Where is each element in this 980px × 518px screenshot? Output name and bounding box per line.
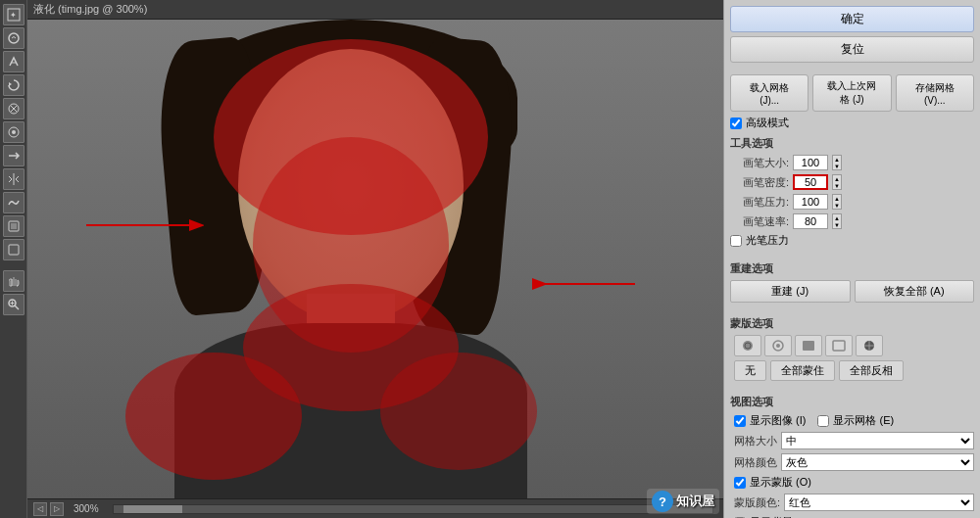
mask-icon-btn-3[interactable] xyxy=(795,335,822,356)
mask-invert-button[interactable]: 全部反相 xyxy=(839,360,904,381)
horizontal-scrollbar[interactable] xyxy=(113,504,713,514)
brush-size-input[interactable] xyxy=(793,155,828,170)
tool-turbulence[interactable] xyxy=(3,192,24,213)
brush-pressure-up[interactable]: ▲ xyxy=(833,195,841,202)
restore-all-button[interactable]: 恢复全部 (A) xyxy=(855,280,975,303)
load-prev-mesh-button[interactable]: 载入上次网格 (J) xyxy=(812,74,891,112)
rebuild-button[interactable]: 重建 (J) xyxy=(730,280,851,303)
tool-warp[interactable] xyxy=(3,27,24,49)
status-icons: ◁ ▷ xyxy=(33,502,64,516)
brush-pressure-input[interactable] xyxy=(793,194,828,210)
brush-density-input[interactable] xyxy=(793,174,828,190)
stylus-pressure-checkbox[interactable] xyxy=(730,235,742,247)
confirm-button[interactable]: 确定 xyxy=(730,6,974,32)
show-mask-checkbox[interactable] xyxy=(734,477,746,489)
brush-speed-down[interactable]: ▼ xyxy=(833,221,841,228)
tool-push[interactable] xyxy=(3,145,24,166)
mask-none-button[interactable]: 无 xyxy=(734,360,766,381)
brush-pressure-row: 画笔压力: ▲ ▼ xyxy=(738,194,974,210)
brush-pressure-down[interactable]: ▼ xyxy=(833,202,841,209)
mask-icon-btn-2[interactable] xyxy=(764,335,792,356)
show-grid-row: 显示网格 (E) xyxy=(817,413,894,428)
advanced-mode-checkbox[interactable] xyxy=(730,118,742,129)
tool-thaw[interactable] xyxy=(3,239,24,260)
svg-text:✦: ✦ xyxy=(10,11,17,20)
svg-line-15 xyxy=(15,306,19,309)
reset-button[interactable]: 复位 xyxy=(730,36,974,63)
svg-point-2 xyxy=(9,33,19,43)
svg-rect-13 xyxy=(9,245,19,255)
red-overlay-right-shoulder xyxy=(380,353,537,470)
tool-move[interactable]: ✦ xyxy=(3,4,24,25)
svg-point-25 xyxy=(776,344,780,348)
tool-hand[interactable] xyxy=(3,270,24,292)
brush-speed-row: 画笔速率: ▲ ▼ xyxy=(738,213,974,229)
tool-zoom[interactable] xyxy=(3,294,24,315)
status-icon-1[interactable]: ◁ xyxy=(33,502,47,516)
rebuild-buttons-row: 重建 (J) 恢复全部 (A) xyxy=(730,280,974,303)
canvas-viewport[interactable]: ◁ ▷ 300% xyxy=(27,20,723,518)
svg-rect-12 xyxy=(11,223,17,229)
load-mesh-button[interactable]: 载入网格 (J)... xyxy=(730,74,808,112)
brush-density-up[interactable]: ▲ xyxy=(833,175,841,182)
grid-size-select[interactable]: 中 xyxy=(781,432,974,449)
tool-twirl[interactable] xyxy=(3,74,24,96)
grid-color-label: 网格颜色 xyxy=(734,455,777,470)
show-image-checkbox[interactable] xyxy=(734,415,746,427)
brush-size-spinner[interactable]: ▲ ▼ xyxy=(832,155,842,170)
svg-point-9 xyxy=(12,130,16,134)
brush-density-down[interactable]: ▼ xyxy=(833,182,841,189)
mask-icon-btn-5[interactable] xyxy=(856,335,883,356)
brush-pressure-spinner[interactable]: ▲ ▼ xyxy=(832,194,842,210)
red-overlay-left-shoulder xyxy=(125,353,302,480)
tool-freeze[interactable] xyxy=(3,215,24,237)
status-bar: ◁ ▷ 300% xyxy=(27,498,723,518)
advanced-mode-row: 高级模式 xyxy=(730,116,974,130)
svg-marker-4 xyxy=(9,82,12,86)
tool-pucker[interactable] xyxy=(3,98,24,119)
photo-canvas xyxy=(27,20,723,498)
tool-mirror[interactable] xyxy=(3,168,24,190)
show-image-label: 显示图像 (I) xyxy=(750,413,806,428)
brush-speed-input[interactable] xyxy=(793,213,828,229)
brush-size-up[interactable]: ▲ xyxy=(833,156,841,163)
tool-reconstruct[interactable] xyxy=(3,51,24,72)
grid-color-select[interactable]: 灰色 xyxy=(781,453,974,471)
show-mask-label: 显示蒙版 (O) xyxy=(750,475,811,490)
brush-density-row: 画笔密度: ▲ ▼ xyxy=(738,174,974,190)
rebuild-options-header: 重建选项 xyxy=(730,261,974,276)
mask-color-select[interactable]: 红色 xyxy=(784,494,974,511)
status-icon-2[interactable]: ▷ xyxy=(50,502,64,516)
scrollbar-thumb xyxy=(123,505,182,513)
tool-options-header: 工具选项 xyxy=(730,136,974,151)
title-text: 液化 (timg.jpg @ 300%) xyxy=(33,3,147,15)
mask-options-header: 蒙版选项 xyxy=(730,316,974,331)
mask-all-button[interactable]: 全部蒙住 xyxy=(770,360,835,381)
brush-speed-spinner[interactable]: ▲ ▼ xyxy=(832,213,842,229)
mask-color-label: 蒙版颜色: xyxy=(734,495,780,510)
show-image-row: 显示图像 (I) xyxy=(734,413,806,428)
grid-size-label: 网格大小 xyxy=(734,434,777,448)
brush-speed-up[interactable]: ▲ xyxy=(833,214,841,221)
grid-color-row: 网格颜色 灰色 xyxy=(734,453,974,471)
brush-size-down[interactable]: ▼ xyxy=(833,163,841,169)
mask-icon-buttons xyxy=(734,335,974,356)
mask-color-row: 蒙版颜色: 红色 xyxy=(734,494,974,511)
tool-bloat[interactable] xyxy=(3,121,24,143)
svg-rect-26 xyxy=(803,341,814,351)
save-mesh-button[interactable]: 存储网格 (V)... xyxy=(896,74,974,112)
stylus-pressure-label: 光笔压力 xyxy=(746,233,789,248)
brush-density-spinner[interactable]: ▲ ▼ xyxy=(832,174,842,190)
stylus-pressure-row: 光笔压力 xyxy=(730,233,974,248)
mask-icon-btn-4[interactable] xyxy=(825,335,853,356)
grid-size-row: 网格大小 中 xyxy=(734,432,974,449)
view-options-header: 视图选项 xyxy=(730,395,974,409)
advanced-mode-label: 高级模式 xyxy=(746,116,789,130)
watermark-icon: ? xyxy=(652,491,673,512)
mask-text-buttons: 无 全部蒙住 全部反相 xyxy=(734,360,974,381)
zoom-level: 300% xyxy=(74,503,99,514)
mask-icon-btn-1[interactable] xyxy=(734,335,761,356)
brush-size-row: 画笔大小: ▲ ▼ xyxy=(738,155,974,170)
svg-rect-27 xyxy=(833,341,845,351)
show-grid-checkbox[interactable] xyxy=(817,415,829,427)
